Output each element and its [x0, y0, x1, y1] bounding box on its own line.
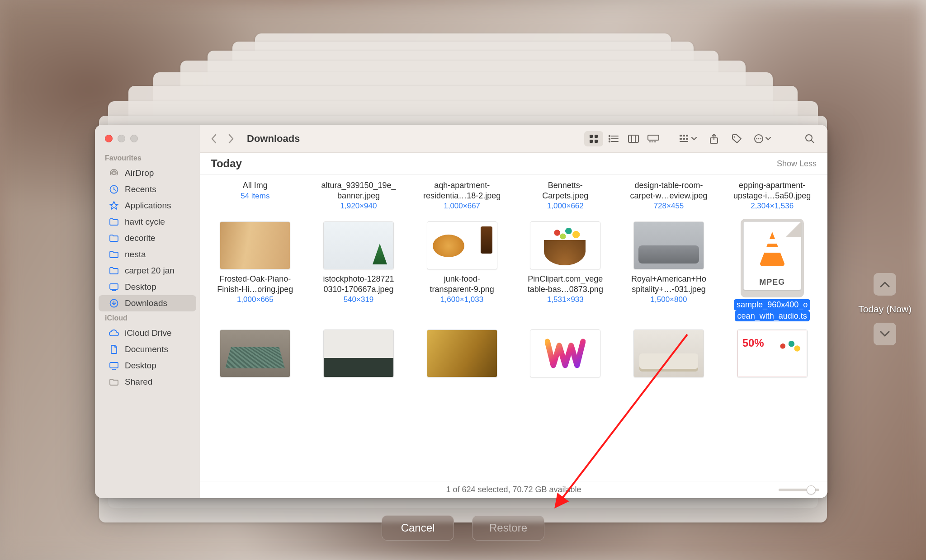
file-name: aqh-apartment-residentia…18-2.jpeg — [413, 180, 511, 201]
apps-icon — [109, 200, 119, 211]
file-item[interactable]: MPEGsample_960x400_ocean_with_audio.ts — [721, 216, 823, 325]
icon-size-slider[interactable] — [779, 489, 819, 491]
sidebar-item-airdrop[interactable]: AirDrop — [99, 165, 196, 181]
file-name: Bennetts-Carpets.jpeg — [516, 180, 614, 201]
desktop-icon — [109, 282, 119, 292]
sidebar: FavouritesAirDropRecentsApplicationshavi… — [95, 125, 200, 498]
minimize-window-button[interactable] — [118, 135, 125, 142]
fullscreen-window-button[interactable] — [130, 135, 138, 142]
sidebar-item-documents[interactable]: Documents — [99, 341, 196, 358]
sidebar-heading: iCloud — [95, 311, 200, 325]
mpeg-file-icon: MPEG — [743, 221, 801, 290]
file-dimensions: 1,500×800 — [620, 295, 718, 304]
file-item[interactable]: Royal+American+Hospitality+…-031.jpeg1,5… — [618, 216, 720, 325]
svg-rect-5 — [110, 362, 118, 368]
sidebar-item-shared[interactable]: Shared — [99, 374, 196, 390]
svg-point-36 — [760, 138, 761, 139]
file-name: PinClipart.com_vegetable-bas…0873.png — [516, 274, 614, 294]
svg-point-14 — [609, 135, 610, 136]
sidebar-item-label: Shared — [125, 377, 152, 387]
column-view-button[interactable] — [624, 131, 643, 146]
file-item[interactable] — [308, 327, 410, 386]
file-thumbnail — [530, 221, 600, 269]
sidebar-item-havit-cycle[interactable]: havit cycle — [99, 214, 196, 230]
timeline-next-button[interactable] — [874, 323, 896, 345]
status-bar: 1 of 624 selected, 70.72 GB available — [200, 481, 827, 498]
sidebar-item-desktop[interactable]: Desktop — [99, 358, 196, 374]
file-item[interactable]: design-table-room-carpet-w…eview.jpeg728… — [618, 178, 720, 214]
file-name: junk-food-transparent-9.png — [413, 274, 511, 294]
sidebar-item-decorite[interactable]: decorite — [99, 230, 196, 246]
file-item[interactable] — [618, 327, 720, 386]
sidebar-item-icloud-drive[interactable]: iCloud Drive — [99, 325, 196, 341]
close-window-button[interactable] — [105, 135, 113, 142]
cancel-button[interactable]: Cancel — [382, 515, 454, 541]
file-thumbnail — [427, 221, 497, 269]
folder-icon — [109, 216, 119, 227]
search-button[interactable] — [801, 131, 818, 146]
file-dimensions: 54 items — [206, 192, 304, 201]
file-thumbnail — [323, 329, 394, 377]
file-grid-area[interactable]: All Img54 itemsaltura_939150_19e_banner.… — [200, 175, 827, 481]
svg-rect-23 — [654, 141, 656, 142]
file-thumbnail — [737, 329, 808, 377]
nav-forward-button[interactable] — [223, 131, 239, 146]
timeline-prev-button[interactable] — [874, 273, 896, 296]
file-name: Royal+American+Hospitality+…-031.jpeg — [620, 274, 718, 294]
file-item[interactable]: epping-apartment-upstage-i…5a50.jpeg2,30… — [721, 178, 823, 214]
sidebar-item-label: Documents — [125, 344, 168, 354]
svg-rect-2 — [110, 284, 118, 289]
file-dimensions: 1,000×662 — [516, 202, 614, 211]
file-item[interactable]: altura_939150_19e_banner.jpeg1,920×940 — [308, 178, 410, 214]
nav-back-button[interactable] — [206, 131, 222, 146]
file-item[interactable]: aqh-apartment-residentia…18-2.jpeg1,000×… — [411, 178, 513, 214]
svg-point-34 — [756, 138, 757, 139]
share-button[interactable] — [705, 131, 723, 146]
svg-point-35 — [758, 138, 760, 139]
file-name: Frosted-Oak-Piano-Finish-Hi…oring.jpeg — [206, 274, 304, 294]
sidebar-item-nesta[interactable]: nesta — [99, 246, 196, 263]
svg-rect-30 — [680, 141, 688, 142]
action-menu-button[interactable] — [751, 131, 774, 146]
file-item[interactable]: PinClipart.com_vegetable-bas…0873.png1,5… — [515, 216, 616, 325]
sidebar-item-recents[interactable]: Recents — [99, 181, 196, 198]
desktop-icon — [109, 360, 119, 371]
cloud-icon — [109, 328, 119, 339]
sidebar-item-carpet-20-jan[interactable]: carpet 20 jan — [99, 263, 196, 279]
timeline-controls: Today (Now) — [858, 273, 912, 345]
file-name: design-table-room-carpet-w…eview.jpeg — [620, 180, 718, 201]
sidebar-item-downloads[interactable]: Downloads — [99, 295, 196, 311]
svg-point-16 — [609, 141, 610, 141]
file-item[interactable]: Frosted-Oak-Piano-Finish-Hi…oring.jpeg1,… — [204, 216, 306, 325]
gallery-view-button[interactable] — [644, 131, 663, 146]
list-view-button[interactable] — [604, 131, 623, 146]
svg-rect-24 — [680, 135, 682, 136]
tags-button[interactable] — [728, 131, 745, 146]
timemachine-button-bar: Cancel Restore — [0, 515, 926, 541]
file-item[interactable] — [721, 327, 823, 386]
group-by-button[interactable] — [676, 131, 700, 146]
svg-rect-10 — [595, 140, 598, 143]
file-item[interactable] — [204, 327, 306, 386]
file-item[interactable]: Bennetts-Carpets.jpeg1,000×662 — [515, 178, 616, 214]
file-item[interactable]: junk-food-transparent-9.png1,600×1,033 — [411, 216, 513, 325]
window-title: Downloads — [247, 133, 300, 145]
svg-rect-22 — [652, 141, 653, 142]
svg-rect-9 — [590, 140, 593, 143]
file-item[interactable]: istockphoto-1287210310-170667a.jpeg540×3… — [308, 216, 410, 325]
file-item[interactable]: All Img54 items — [204, 178, 306, 214]
icon-view-button[interactable] — [584, 131, 603, 146]
restore-button[interactable]: Restore — [472, 515, 544, 541]
folder-icon — [109, 233, 119, 244]
doc-icon — [109, 344, 119, 355]
folder-icon — [109, 265, 119, 276]
file-item[interactable] — [411, 327, 513, 386]
svg-point-32 — [734, 136, 735, 137]
sidebar-item-label: Applications — [125, 201, 171, 211]
folder-icon — [109, 249, 119, 260]
file-item[interactable] — [515, 327, 616, 386]
show-less-toggle[interactable]: Show Less — [777, 159, 817, 169]
file-thumbnail — [633, 221, 704, 269]
sidebar-item-desktop[interactable]: Desktop — [99, 279, 196, 295]
sidebar-item-applications[interactable]: Applications — [99, 198, 196, 214]
